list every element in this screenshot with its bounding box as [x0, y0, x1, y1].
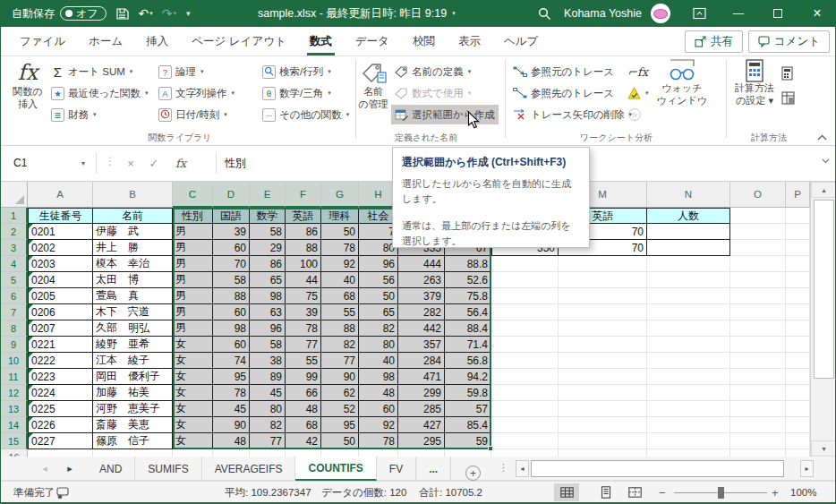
cell-C3[interactable]: 男: [173, 240, 213, 256]
sheet-tab-[interactable]: ...: [416, 457, 451, 481]
cell-L14[interactable]: [491, 417, 559, 433]
cell-A3[interactable]: 0202: [28, 240, 93, 256]
cell-C11[interactable]: 女: [173, 369, 213, 385]
cell-C2[interactable]: 男: [173, 224, 213, 240]
cell-J6[interactable]: 75.8: [445, 288, 491, 304]
col-header-F[interactable]: F: [286, 182, 321, 208]
cell-B2[interactable]: 伊藤 武: [93, 224, 173, 240]
vertical-scroll-thumb[interactable]: [814, 200, 834, 379]
cell-I9[interactable]: 357: [398, 337, 445, 353]
cell-L8[interactable]: [491, 320, 559, 337]
status-average[interactable]: 平均: 109.2367347: [225, 482, 311, 503]
col-header-G[interactable]: G: [321, 182, 359, 208]
search-icon[interactable]: [525, 0, 564, 27]
row-header-7[interactable]: 7: [1, 304, 28, 320]
cell-H7[interactable]: 65: [359, 304, 398, 320]
cell-D14[interactable]: 90: [213, 417, 250, 433]
col-header-E[interactable]: E: [250, 182, 286, 208]
cell-P1[interactable]: [786, 208, 810, 224]
cell-L15[interactable]: [491, 433, 559, 449]
cell-N6[interactable]: [647, 288, 730, 304]
cell-G10[interactable]: 77: [321, 353, 359, 369]
cell-F5[interactable]: 44: [286, 272, 321, 288]
cell-E12[interactable]: 45: [250, 385, 286, 401]
cell-F12[interactable]: 66: [286, 385, 321, 401]
cell-E1[interactable]: 数学: [250, 208, 286, 224]
cell-L12[interactable]: [491, 385, 559, 401]
cell-A10[interactable]: 0222: [28, 353, 93, 369]
cell-H12[interactable]: 48: [359, 385, 398, 401]
cell-N8[interactable]: [647, 320, 730, 337]
col-header-B[interactable]: B: [93, 182, 173, 208]
cell-M5[interactable]: [559, 272, 647, 288]
cell-A15[interactable]: 0227: [28, 433, 93, 449]
cell-M13[interactable]: [559, 401, 647, 417]
cell-J7[interactable]: 56.4: [445, 304, 491, 320]
cell-A4[interactable]: 0203: [28, 256, 93, 272]
row-header-11[interactable]: 11: [1, 369, 28, 385]
name-box[interactable]: C1▾: [6, 152, 92, 174]
cell-P8[interactable]: [786, 320, 810, 337]
cell-H4[interactable]: 96: [359, 256, 398, 272]
cell-C4[interactable]: 男: [173, 256, 213, 272]
select-all-corner[interactable]: [1, 182, 28, 208]
cell-H6[interactable]: 50: [359, 288, 398, 304]
cell-E8[interactable]: 96: [250, 320, 286, 337]
cell-A9[interactable]: 0221: [28, 337, 93, 353]
cell-D16[interactable]: [213, 449, 250, 457]
tab-formulas[interactable]: 数式: [298, 27, 344, 56]
cell-C15[interactable]: 女: [173, 433, 213, 449]
cell-J15[interactable]: 59: [445, 433, 491, 449]
cell-N14[interactable]: [647, 417, 730, 433]
cell-P7[interactable]: [786, 304, 810, 320]
cell-N2[interactable]: [647, 224, 730, 240]
cell-H15[interactable]: 78: [359, 433, 398, 449]
zoom-slider-thumb[interactable]: [718, 487, 724, 499]
user-name[interactable]: Kohama Yoshie: [564, 7, 642, 20]
tab-view[interactable]: 表示: [447, 27, 492, 56]
cell-A2[interactable]: 0201: [28, 224, 93, 240]
cell-P9[interactable]: [786, 337, 810, 353]
scroll-left-icon[interactable]: ◂: [516, 460, 529, 477]
minimize-button[interactable]: —: [719, 0, 758, 27]
cell-I16[interactable]: [398, 449, 445, 457]
define-name-button[interactable]: 名前の定義▾: [395, 62, 471, 81]
formula-input[interactable]: 性別: [225, 152, 246, 174]
cell-N9[interactable]: [647, 337, 730, 353]
cell-B9[interactable]: 綾野 亜希: [93, 337, 173, 353]
cell-C1[interactable]: 性別: [173, 208, 213, 224]
cell-N7[interactable]: [647, 304, 730, 320]
cell-D7[interactable]: 60: [213, 304, 250, 320]
cell-P13[interactable]: [786, 401, 810, 417]
row-header-3[interactable]: 3: [1, 240, 28, 256]
recently-used-button[interactable]: ★最近使った関数▾: [51, 83, 149, 103]
undo-button[interactable]: ↶▾: [139, 6, 153, 21]
cell-J4[interactable]: 88.8: [445, 256, 491, 272]
financial-button[interactable]: ≣財務▾: [51, 105, 97, 124]
cell-G3[interactable]: 78: [321, 240, 359, 256]
cell-B13[interactable]: 河野 恵美子: [93, 401, 173, 417]
cell-O4[interactable]: [730, 256, 786, 272]
cell-F6[interactable]: 75: [286, 288, 321, 304]
date-time-button[interactable]: 日付/時刻▾: [158, 105, 227, 124]
cell-O10[interactable]: [730, 353, 786, 369]
col-header-P[interactable]: P: [786, 182, 810, 208]
scroll-up-icon[interactable]: ▴: [811, 182, 836, 198]
cell-F4[interactable]: 100: [286, 256, 321, 272]
cell-M14[interactable]: [559, 417, 647, 433]
cell-G5[interactable]: 40: [321, 272, 359, 288]
cell-J10[interactable]: 56.8: [445, 353, 491, 369]
cell-L13[interactable]: [491, 401, 559, 417]
collapse-ribbon-icon[interactable]: [817, 128, 827, 144]
tab-file[interactable]: ファイル: [8, 27, 77, 56]
horizontal-scrollbar[interactable]: ◂ ▸: [516, 460, 814, 477]
cell-P10[interactable]: [786, 353, 810, 369]
cell-G12[interactable]: 62: [321, 385, 359, 401]
cell-E14[interactable]: 82: [250, 417, 286, 433]
cell-H5[interactable]: 56: [359, 272, 398, 288]
customize-quick-access-icon[interactable]: ▾: [185, 9, 191, 18]
avatar[interactable]: [651, 4, 670, 23]
cell-P2[interactable]: [786, 224, 810, 240]
cell-I14[interactable]: 427: [398, 417, 445, 433]
vertical-scrollbar[interactable]: ▴ ▾: [810, 182, 836, 457]
